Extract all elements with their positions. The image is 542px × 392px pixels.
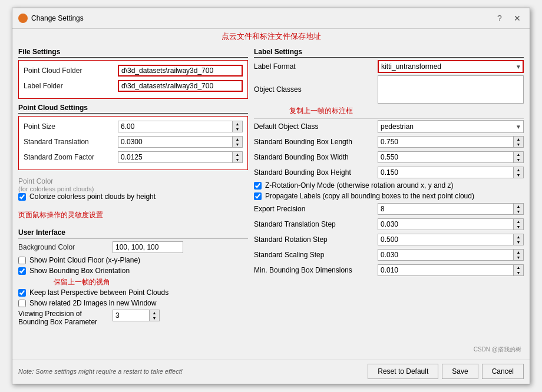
std-rotation-step-input[interactable] xyxy=(378,234,514,245)
point-size-label: Point Size xyxy=(24,122,118,131)
propagate-labels-checkbox[interactable] xyxy=(254,192,262,200)
std-translation-step-up[interactable]: ▲ xyxy=(514,219,523,224)
top-annotation: 点云文件和标注文件保存地址 xyxy=(12,29,530,43)
bbox-width-down[interactable]: ▼ xyxy=(514,157,523,162)
bbox-height-input[interactable] xyxy=(378,167,514,178)
bbox-height-spinner-btns: ▲ ▼ xyxy=(514,167,524,178)
export-precision-down[interactable]: ▼ xyxy=(514,209,523,214)
bbox-width-spinner: ▲ ▼ xyxy=(378,151,524,163)
std-rotation-step-up[interactable]: ▲ xyxy=(514,234,523,240)
std-scaling-step-spinner-btns: ▲ ▼ xyxy=(514,249,524,261)
reset-to-default-button[interactable]: Reset to Default xyxy=(368,364,438,379)
min-bbox-dim-label: Min. Bounding Box Dimensions xyxy=(254,266,378,274)
point-size-down[interactable]: ▼ xyxy=(233,127,242,132)
label-folder-input[interactable] xyxy=(118,80,243,92)
bbox-length-input[interactable] xyxy=(378,136,514,148)
point-cloud-folder-input[interactable] xyxy=(118,65,243,77)
viewing-precision-spinner-btns: ▲ ▼ xyxy=(150,310,160,321)
label-folder-label: Label Folder xyxy=(24,82,118,90)
std-scaling-step-up[interactable]: ▲ xyxy=(514,250,523,255)
show-bbox-orient-label: Show Bounding Box Orientation xyxy=(29,267,130,275)
show-bbox-orient-row: Show Bounding Box Orientation xyxy=(18,267,248,275)
std-scaling-step-input[interactable] xyxy=(378,249,514,261)
bbox-width-input[interactable] xyxy=(378,151,514,163)
default-class-select[interactable]: pedestriancartruckcyclist xyxy=(378,120,524,133)
file-settings-section: File Settings Point Cloud Folder Label F… xyxy=(18,48,248,99)
show-floor-checkbox[interactable] xyxy=(18,257,26,264)
z-rotation-label: Z-Rotation-Only Mode (otherwise rotation… xyxy=(265,181,453,190)
bbox-length-down[interactable]: ▼ xyxy=(514,142,523,147)
std-translation-spinner-btns: ▲ ▼ xyxy=(233,136,243,148)
export-precision-spinner-btns: ▲ ▼ xyxy=(514,203,524,215)
export-precision-spinner: ▲ ▼ xyxy=(378,203,524,215)
std-zoom-input[interactable] xyxy=(118,151,233,163)
close-button[interactable]: ✕ xyxy=(511,12,524,25)
point-size-input[interactable] xyxy=(118,121,233,132)
std-translation-row: Standard Translation ▲ ▼ xyxy=(24,135,243,148)
bbox-width-spinner-btns: ▲ ▼ xyxy=(514,151,524,163)
bg-color-input[interactable] xyxy=(113,241,183,253)
point-size-row: Point Size ▲ ▼ xyxy=(24,120,243,133)
std-zoom-down[interactable]: ▼ xyxy=(233,157,242,162)
keep-perspective-label: Keep last Perspective between Point Clou… xyxy=(29,288,168,297)
bbox-width-up[interactable]: ▲ xyxy=(514,152,523,157)
save-button[interactable]: Save xyxy=(442,364,478,379)
show-2d-row: Show related 2D Images in new Window xyxy=(18,299,248,307)
viewing-precision-input[interactable] xyxy=(113,310,150,321)
object-classes-row: Object Classes xyxy=(254,75,524,104)
std-translation-down[interactable]: ▼ xyxy=(233,142,242,147)
std-translation-step-input[interactable] xyxy=(378,218,514,230)
std-translation-step-down[interactable]: ▼ xyxy=(514,224,523,230)
point-cloud-settings-section: Point Cloud Settings Point Size ▲ ▼ xyxy=(18,104,248,170)
std-translation-up[interactable]: ▲ xyxy=(233,137,242,142)
std-scaling-step-down[interactable]: ▼ xyxy=(514,255,523,260)
viewing-precision-up[interactable]: ▲ xyxy=(150,310,159,315)
std-rotation-step-down[interactable]: ▼ xyxy=(514,240,523,245)
std-translation-step-label: Standard Translation Step xyxy=(254,220,378,228)
point-color-sublabel: (for colorless point clouds) xyxy=(18,185,248,192)
min-bbox-dim-input[interactable] xyxy=(378,264,514,276)
dialog-body: File Settings Point Cloud Folder Label F… xyxy=(12,43,530,360)
export-precision-input[interactable] xyxy=(378,203,514,215)
footer-note: Note: Some settings might require a rest… xyxy=(18,368,183,375)
export-precision-up[interactable]: ▲ xyxy=(514,204,523,209)
colorize-checkbox[interactable] xyxy=(18,193,26,201)
change-settings-dialog: Change Settings ? ✕ 点云文件和标注文件保存地址 File S… xyxy=(12,8,530,384)
dialog-title: Change Settings xyxy=(31,14,84,22)
bbox-height-label: Standard Bounding Box Height xyxy=(254,168,378,177)
bbox-height-up[interactable]: ▲ xyxy=(514,167,523,172)
label-format-select[interactable]: kitti_untransformedkitticustom xyxy=(378,60,524,73)
point-size-up[interactable]: ▲ xyxy=(233,121,242,127)
std-rotation-step-row: Standard Rotation Step ▲ ▼ xyxy=(254,233,524,246)
point-cloud-folder-row: Point Cloud Folder xyxy=(24,64,243,77)
min-bbox-dim-down[interactable]: ▼ xyxy=(514,270,523,275)
z-rotation-checkbox[interactable] xyxy=(254,182,262,190)
bbox-length-row: Standard Bounding Box Length ▲ ▼ xyxy=(254,135,524,148)
viewing-precision-down[interactable]: ▼ xyxy=(150,315,159,321)
watermark: CSDN @搭我的树 xyxy=(474,346,521,354)
min-bbox-dim-up[interactable]: ▲ xyxy=(514,265,523,270)
cancel-button[interactable]: Cancel xyxy=(482,364,524,379)
show-bbox-orient-checkbox[interactable] xyxy=(18,267,26,275)
std-zoom-spinner: ▲ ▼ xyxy=(118,151,243,163)
show-2d-checkbox[interactable] xyxy=(18,300,26,307)
bbox-length-spinner-btns: ▲ ▼ xyxy=(514,136,524,148)
std-zoom-up[interactable]: ▲ xyxy=(233,152,242,157)
std-scaling-step-label: Standard Scaling Step xyxy=(254,251,378,259)
bbox-length-label: Standard Bounding Box Length xyxy=(254,138,378,146)
keep-perspective-annotation: 保留上一帧的视角 xyxy=(54,277,248,287)
std-translation-spinner: ▲ ▼ xyxy=(118,136,243,148)
object-classes-label: Object Classes xyxy=(254,85,378,94)
object-classes-input[interactable] xyxy=(378,75,524,104)
show-2d-label: Show related 2D Images in new Window xyxy=(29,299,156,307)
std-translation-step-row: Standard Translation Step ▲ ▼ xyxy=(254,218,524,231)
right-panel: Label Settings Label Format kitti_untran… xyxy=(254,48,524,355)
std-scaling-step-spinner: ▲ ▼ xyxy=(378,249,524,261)
help-button[interactable]: ? xyxy=(493,12,506,25)
keep-perspective-checkbox[interactable] xyxy=(18,289,26,297)
min-bbox-dim-spinner-btns: ▲ ▼ xyxy=(514,264,524,276)
std-translation-input[interactable] xyxy=(118,136,233,148)
bbox-length-up[interactable]: ▲ xyxy=(514,137,523,142)
point-color-label: Point Color xyxy=(18,177,248,185)
bbox-height-down[interactable]: ▼ xyxy=(514,172,523,178)
